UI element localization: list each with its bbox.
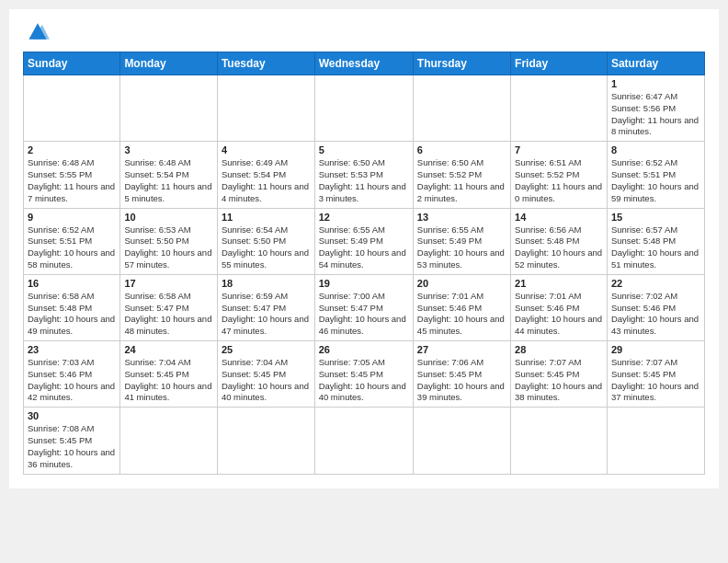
day-number: 10 [124, 212, 213, 223]
day-number: 7 [515, 144, 603, 155]
calendar-cell: 10Sunrise: 6:53 AM Sunset: 5:50 PM Dayli… [120, 208, 218, 274]
day-of-week-header: Saturday [607, 52, 704, 75]
day-of-week-header: Thursday [413, 52, 510, 75]
day-number: 6 [417, 144, 506, 155]
calendar-cell [413, 408, 510, 474]
calendar-cell: 27Sunrise: 7:06 AM Sunset: 5:45 PM Dayli… [413, 341, 510, 408]
week-row: 1Sunrise: 6:47 AM Sunset: 5:56 PM Daylig… [24, 75, 705, 142]
day-number: 9 [28, 212, 116, 223]
day-of-week-header: Wednesday [314, 52, 413, 75]
day-info: Sunrise: 6:52 AM Sunset: 5:51 PM Dayligh… [611, 157, 700, 204]
day-of-week-header: Sunday [24, 52, 120, 75]
calendar-cell: 15Sunrise: 6:57 AM Sunset: 5:48 PM Dayli… [607, 208, 704, 274]
day-info: Sunrise: 7:01 AM Sunset: 5:46 PM Dayligh… [515, 291, 603, 338]
calendar-cell: 3Sunrise: 6:48 AM Sunset: 5:54 PM Daylig… [120, 142, 218, 208]
calendar-cell: 28Sunrise: 7:07 AM Sunset: 5:45 PM Dayli… [511, 341, 608, 408]
day-number: 24 [124, 344, 213, 355]
calendar-cell [511, 75, 608, 142]
calendar-cell: 24Sunrise: 7:04 AM Sunset: 5:45 PM Dayli… [120, 341, 218, 408]
day-info: Sunrise: 7:05 AM Sunset: 5:45 PM Dayligh… [319, 357, 409, 404]
day-number: 23 [28, 344, 116, 355]
day-info: Sunrise: 7:02 AM Sunset: 5:46 PM Dayligh… [611, 291, 700, 338]
day-number: 26 [319, 344, 409, 355]
day-info: Sunrise: 7:03 AM Sunset: 5:46 PM Dayligh… [28, 357, 116, 404]
day-number: 29 [611, 344, 700, 355]
day-number: 18 [222, 278, 311, 289]
page: SundayMondayTuesdayWednesdayThursdayFrid… [9, 9, 719, 488]
day-info: Sunrise: 6:59 AM Sunset: 5:47 PM Dayligh… [222, 291, 311, 338]
day-of-week-header: Tuesday [217, 52, 314, 75]
day-info: Sunrise: 6:48 AM Sunset: 5:54 PM Dayligh… [124, 157, 213, 204]
day-info: Sunrise: 6:49 AM Sunset: 5:54 PM Dayligh… [222, 157, 311, 204]
calendar-cell: 12Sunrise: 6:55 AM Sunset: 5:49 PM Dayli… [314, 208, 413, 274]
day-number: 30 [28, 410, 116, 421]
day-info: Sunrise: 7:06 AM Sunset: 5:45 PM Dayligh… [417, 357, 506, 404]
calendar-cell: 25Sunrise: 7:04 AM Sunset: 5:45 PM Dayli… [217, 341, 314, 408]
week-row: 9Sunrise: 6:52 AM Sunset: 5:51 PM Daylig… [24, 208, 705, 274]
day-number: 1 [611, 78, 700, 89]
day-info: Sunrise: 6:53 AM Sunset: 5:50 PM Dayligh… [124, 224, 213, 271]
calendar-cell: 20Sunrise: 7:01 AM Sunset: 5:46 PM Dayli… [413, 274, 510, 340]
day-info: Sunrise: 6:58 AM Sunset: 5:48 PM Dayligh… [28, 291, 116, 338]
week-row: 16Sunrise: 6:58 AM Sunset: 5:48 PM Dayli… [24, 274, 705, 340]
day-number: 14 [515, 212, 603, 223]
calendar-cell: 9Sunrise: 6:52 AM Sunset: 5:51 PM Daylig… [24, 208, 120, 274]
calendar-cell: 8Sunrise: 6:52 AM Sunset: 5:51 PM Daylig… [607, 142, 704, 208]
day-of-week-header: Monday [120, 52, 218, 75]
day-info: Sunrise: 6:51 AM Sunset: 5:52 PM Dayligh… [515, 157, 603, 204]
day-of-week-header: Friday [511, 52, 608, 75]
calendar-cell: 11Sunrise: 6:54 AM Sunset: 5:50 PM Dayli… [217, 208, 314, 274]
day-info: Sunrise: 6:56 AM Sunset: 5:48 PM Dayligh… [515, 224, 603, 271]
calendar-cell [120, 408, 218, 474]
calendar-cell [217, 75, 314, 142]
week-row: 2Sunrise: 6:48 AM Sunset: 5:55 PM Daylig… [24, 142, 705, 208]
calendar-cell: 1Sunrise: 6:47 AM Sunset: 5:56 PM Daylig… [607, 75, 704, 142]
header [23, 18, 705, 44]
calendar-cell: 13Sunrise: 6:55 AM Sunset: 5:49 PM Dayli… [413, 208, 510, 274]
week-row: 30Sunrise: 7:08 AM Sunset: 5:45 PM Dayli… [24, 408, 705, 474]
calendar-cell [511, 408, 608, 474]
day-number: 27 [417, 344, 506, 355]
day-number: 28 [515, 344, 603, 355]
calendar-cell: 22Sunrise: 7:02 AM Sunset: 5:46 PM Dayli… [607, 274, 704, 340]
calendar-cell: 19Sunrise: 7:00 AM Sunset: 5:47 PM Dayli… [314, 274, 413, 340]
calendar-header: SundayMondayTuesdayWednesdayThursdayFrid… [24, 52, 705, 75]
calendar-cell: 21Sunrise: 7:01 AM Sunset: 5:46 PM Dayli… [511, 274, 608, 340]
day-number: 25 [222, 344, 311, 355]
calendar-cell: 23Sunrise: 7:03 AM Sunset: 5:46 PM Dayli… [24, 341, 120, 408]
day-info: Sunrise: 6:50 AM Sunset: 5:52 PM Dayligh… [417, 157, 506, 204]
day-number: 19 [319, 278, 409, 289]
calendar-cell: 6Sunrise: 6:50 AM Sunset: 5:52 PM Daylig… [413, 142, 510, 208]
calendar-cell: 4Sunrise: 6:49 AM Sunset: 5:54 PM Daylig… [217, 142, 314, 208]
calendar-cell [24, 75, 120, 142]
logo-icon [23, 18, 52, 44]
day-info: Sunrise: 6:50 AM Sunset: 5:53 PM Dayligh… [319, 157, 409, 204]
day-info: Sunrise: 6:57 AM Sunset: 5:48 PM Dayligh… [611, 224, 700, 271]
day-info: Sunrise: 7:07 AM Sunset: 5:45 PM Dayligh… [515, 357, 603, 404]
days-of-week-row: SundayMondayTuesdayWednesdayThursdayFrid… [24, 52, 705, 75]
day-info: Sunrise: 6:47 AM Sunset: 5:56 PM Dayligh… [611, 91, 700, 138]
day-number: 12 [319, 212, 409, 223]
day-number: 15 [611, 212, 700, 223]
calendar-cell [607, 408, 704, 474]
calendar-cell: 26Sunrise: 7:05 AM Sunset: 5:45 PM Dayli… [314, 341, 413, 408]
calendar-cell [217, 408, 314, 474]
day-number: 22 [611, 278, 700, 289]
calendar-cell [314, 75, 413, 142]
day-info: Sunrise: 6:54 AM Sunset: 5:50 PM Dayligh… [222, 224, 311, 271]
day-info: Sunrise: 6:52 AM Sunset: 5:51 PM Dayligh… [28, 224, 116, 271]
calendar-cell: 30Sunrise: 7:08 AM Sunset: 5:45 PM Dayli… [24, 408, 120, 474]
day-info: Sunrise: 7:00 AM Sunset: 5:47 PM Dayligh… [319, 291, 409, 338]
calendar-cell: 17Sunrise: 6:58 AM Sunset: 5:47 PM Dayli… [120, 274, 218, 340]
day-number: 16 [28, 278, 116, 289]
day-info: Sunrise: 7:04 AM Sunset: 5:45 PM Dayligh… [124, 357, 213, 404]
calendar-cell: 2Sunrise: 6:48 AM Sunset: 5:55 PM Daylig… [24, 142, 120, 208]
calendar-cell [413, 75, 510, 142]
calendar-cell: 5Sunrise: 6:50 AM Sunset: 5:53 PM Daylig… [314, 142, 413, 208]
day-number: 3 [124, 144, 213, 155]
calendar-cell [314, 408, 413, 474]
calendar-cell: 16Sunrise: 6:58 AM Sunset: 5:48 PM Dayli… [24, 274, 120, 340]
day-number: 2 [28, 144, 116, 155]
day-info: Sunrise: 6:58 AM Sunset: 5:47 PM Dayligh… [124, 291, 213, 338]
day-number: 20 [417, 278, 506, 289]
